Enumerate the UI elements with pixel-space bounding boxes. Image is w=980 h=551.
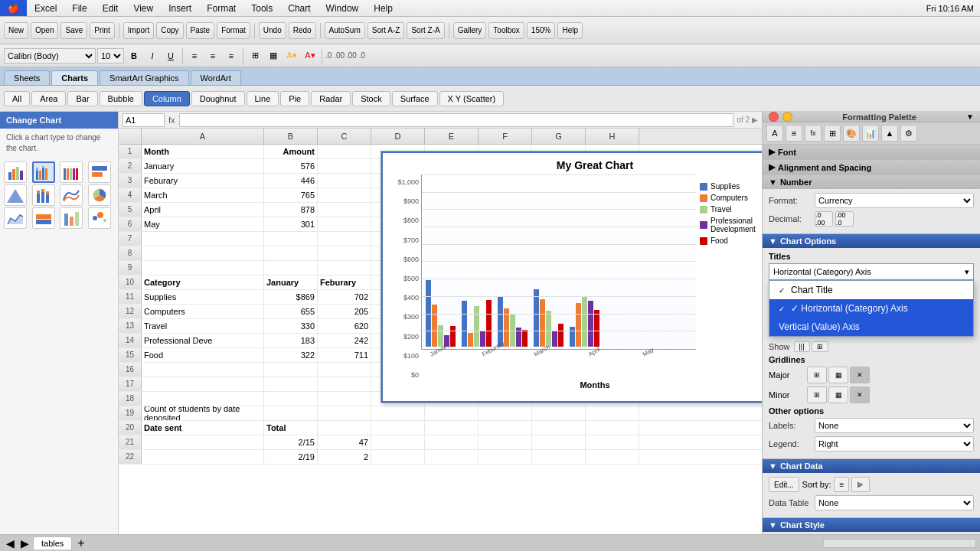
col-header-G[interactable]: G: [532, 129, 586, 144]
autosum-button[interactable]: AutoSum: [325, 22, 365, 39]
cell-B14[interactable]: 183: [264, 334, 318, 347]
cell-F21[interactable]: [479, 435, 532, 449]
cell-B7[interactable]: [264, 232, 318, 246]
cell-D22[interactable]: [371, 450, 425, 464]
cell-E20[interactable]: [425, 421, 479, 435]
cell-A14[interactable]: Professional Deve: [142, 334, 264, 347]
cell-A16[interactable]: [142, 363, 264, 377]
cell-B17[interactable]: [264, 377, 318, 391]
cell-A18[interactable]: [142, 392, 264, 406]
cell-B20[interactable]: Total: [264, 421, 318, 435]
cell-C12[interactable]: 205: [318, 305, 371, 318]
zoom-button[interactable]: 150%: [527, 22, 556, 39]
cell-A19[interactable]: Count of students by date deposited: [142, 406, 264, 420]
cell-B19[interactable]: [264, 406, 318, 420]
borders-button[interactable]: ▦: [265, 47, 282, 64]
cell-C9[interactable]: [318, 261, 371, 275]
cell-C3[interactable]: [318, 174, 371, 187]
tab-wordart[interactable]: WordArt: [191, 70, 241, 85]
minor-gridlines-btn-2[interactable]: ▦: [828, 386, 848, 403]
sort-z-a-button[interactable]: Sort Z-A: [407, 22, 444, 39]
chart-icon-5[interactable]: [4, 184, 27, 206]
cell-B6[interactable]: 301: [264, 217, 318, 231]
palette-tool-6[interactable]: 📊: [862, 125, 879, 142]
cell-C8[interactable]: [318, 246, 371, 260]
palette-tool-5[interactable]: 🎨: [843, 125, 860, 142]
currency-format-select[interactable]: Currency: [815, 193, 974, 208]
ct-column[interactable]: Column: [144, 91, 190, 106]
import-button[interactable]: Import: [123, 22, 154, 39]
font-size-select[interactable]: 10: [97, 48, 124, 64]
save-button[interactable]: Save: [60, 22, 87, 39]
cell-B15[interactable]: 322: [264, 348, 318, 362]
menu-chart[interactable]: Chart: [280, 0, 318, 16]
cell-B1[interactable]: Amount: [264, 145, 318, 158]
chart-icon-12[interactable]: [88, 207, 111, 229]
menu-insert[interactable]: Insert: [161, 0, 199, 16]
cell-B13[interactable]: 330: [264, 319, 318, 333]
major-gridlines-btn-2[interactable]: ▦: [828, 367, 848, 383]
ct-stock[interactable]: Stock: [352, 91, 390, 106]
open-button[interactable]: Open: [31, 22, 58, 39]
italic-button[interactable]: I: [144, 47, 161, 64]
menu-edit[interactable]: Edit: [95, 0, 126, 16]
chart-icon-10[interactable]: [32, 207, 55, 229]
ct-area[interactable]: Area: [31, 91, 66, 106]
horizontal-scrollbar[interactable]: [823, 539, 976, 548]
cell-C4[interactable]: [318, 188, 371, 202]
show-toggle-1[interactable]: |||: [794, 341, 810, 352]
cell-D21[interactable]: [371, 435, 425, 449]
chart-options-header[interactable]: ▼ Chart Options: [763, 234, 980, 248]
major-gridlines-btn-3[interactable]: ✕: [850, 367, 870, 383]
minor-gridlines-btn-1[interactable]: ⊞: [807, 386, 827, 403]
cell-H21[interactable]: [586, 435, 639, 449]
print-button[interactable]: Print: [90, 22, 115, 39]
data-table-select[interactable]: None: [815, 495, 974, 510]
ct-radar[interactable]: Radar: [311, 91, 351, 106]
sheet-tab-tables[interactable]: tables: [33, 536, 72, 549]
cell-C18[interactable]: [318, 392, 371, 406]
chart-icon-11[interactable]: [60, 207, 83, 229]
cell-A11[interactable]: Supplies: [142, 290, 264, 304]
cell-C19[interactable]: [318, 406, 371, 420]
col-header-A[interactable]: A: [142, 129, 264, 144]
col-header-D[interactable]: D: [371, 129, 425, 144]
show-toggle-2[interactable]: ⊞: [812, 341, 828, 352]
add-sheet-button[interactable]: +: [74, 536, 88, 550]
cell-E21[interactable]: [425, 435, 479, 449]
palette-collapse-button[interactable]: ▼: [966, 112, 974, 121]
cell-F19[interactable]: [479, 406, 532, 420]
axis-option-chart-title[interactable]: Chart Title: [769, 281, 973, 299]
col-header-E[interactable]: E: [425, 129, 479, 144]
axis-option-vertical[interactable]: Vertical (Value) Axis: [769, 318, 973, 336]
palette-close-button[interactable]: [769, 112, 779, 122]
menu-file[interactable]: File: [64, 0, 94, 16]
align-right-button[interactable]: ≡: [223, 47, 240, 64]
chart-icon-8[interactable]: [88, 184, 111, 206]
menu-view[interactable]: View: [126, 0, 161, 16]
cell-B4[interactable]: 765: [264, 188, 318, 202]
merge-button[interactable]: ⊞: [247, 47, 263, 64]
gallery-button[interactable]: Gallery: [453, 22, 487, 39]
labels-select[interactable]: None: [815, 418, 974, 433]
cell-A13[interactable]: Travel: [142, 319, 264, 333]
tab-prev-button[interactable]: ◀: [4, 537, 17, 549]
cell-D19[interactable]: [371, 406, 425, 420]
underline-button[interactable]: U: [162, 47, 179, 64]
ct-surface[interactable]: Surface: [392, 91, 438, 106]
cell-C10[interactable]: Feburary: [318, 276, 371, 289]
decimal-increase-button[interactable]: .0 .00: [815, 211, 833, 227]
copy-button[interactable]: Copy: [156, 22, 183, 39]
cell-B16[interactable]: [264, 363, 318, 377]
col-header-B[interactable]: B: [264, 129, 318, 144]
cell-A12[interactable]: Computers: [142, 305, 264, 318]
cell-E19[interactable]: [425, 406, 479, 420]
edit-button[interactable]: Edit...: [769, 477, 799, 492]
cell-H20[interactable]: [586, 421, 639, 435]
chart-style-header[interactable]: ▼ Chart Style: [763, 518, 980, 532]
cell-G21[interactable]: [532, 435, 586, 449]
cell-C5[interactable]: [318, 203, 371, 217]
palette-tool-1[interactable]: A: [766, 125, 783, 142]
cell-C1[interactable]: [318, 145, 371, 158]
chart-icon-9[interactable]: [4, 207, 27, 229]
